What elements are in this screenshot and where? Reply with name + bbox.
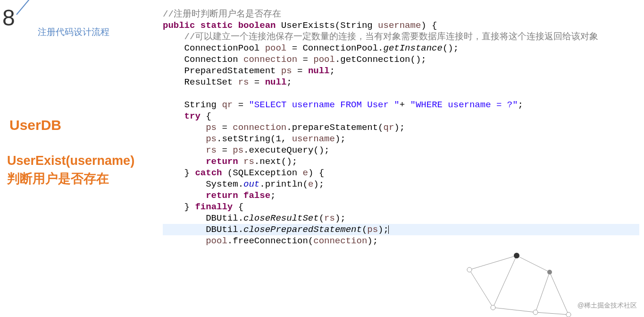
code-text: .freeConnection( (227, 236, 313, 246)
code-var: ps (206, 134, 217, 144)
code-text: PreparedStatement (184, 66, 281, 76)
code-text: .getConnection(); (335, 54, 427, 65)
code-var: username (378, 20, 421, 31)
header-divider (16, 0, 35, 15)
code-text: DBUtil. (206, 224, 243, 235)
code-kw: catch (195, 168, 222, 178)
code-text: ResultSet (184, 77, 238, 87)
code-text: ( (362, 224, 367, 235)
code-text: .setString(1, (217, 134, 292, 144)
code-highlighted-line: DBUtil.closePreparedStatement(ps); (163, 224, 639, 235)
code-method: getInstance (383, 43, 442, 53)
code-var: username (292, 134, 335, 144)
code-text (238, 156, 243, 167)
code-var: ps (233, 145, 243, 155)
svg-line-1 (517, 256, 550, 272)
code-text: { (233, 202, 243, 212)
code-text: { (201, 111, 211, 121)
code-text: = (297, 54, 313, 65)
code-text: ( (319, 213, 324, 223)
code-text: = (217, 122, 233, 133)
svg-point-13 (566, 312, 571, 317)
code-text: ; (329, 66, 335, 76)
svg-line-2 (469, 270, 493, 308)
code-text: = (292, 66, 308, 76)
code-var: rs (238, 77, 249, 87)
code-var: e (302, 168, 308, 178)
sidebar-userexist-desc: 判断用户是否存在 (7, 170, 109, 187)
svg-line-4 (493, 308, 535, 312)
code-text: ; (518, 100, 523, 110)
text-cursor (388, 225, 389, 234)
svg-line-6 (535, 312, 569, 315)
code-var: rs (324, 213, 335, 223)
code-kw: return (206, 156, 238, 167)
code-text: } (184, 168, 195, 178)
code-text: .prepareStatement( (286, 122, 383, 133)
svg-point-11 (491, 305, 495, 310)
code-text: ConnectionPool (184, 43, 265, 53)
code-text: ); (367, 236, 378, 246)
sidebar-userexist: UserExist(username) (7, 154, 134, 168)
code-text: .println( (259, 179, 308, 189)
code-text: ); (394, 122, 405, 133)
code-string: "WHERE username = ?" (410, 100, 518, 110)
code-var: ps (281, 66, 292, 76)
code-text: } (184, 202, 195, 212)
svg-line-0 (469, 256, 517, 270)
code-var: connection (233, 122, 286, 133)
code-text: .next(); (254, 156, 297, 167)
svg-line-3 (493, 256, 517, 308)
code-text: (SQLException (222, 168, 302, 178)
code-var: qr (222, 100, 233, 110)
code-text: (); (443, 43, 459, 53)
code-var: ps (367, 224, 378, 235)
code-kw: null (265, 77, 287, 87)
code-var: e (308, 179, 313, 189)
svg-line-7 (550, 272, 569, 315)
code-text: = (217, 145, 233, 155)
code-kw: finally (195, 202, 233, 212)
code-text: Connection (184, 54, 243, 65)
code-text: System. (206, 179, 243, 189)
code-comment: //可以建立一个连接池保存一定数量的连接，当有对象需要数据库连接时，直接将这个连… (184, 32, 599, 42)
code-text: ); (335, 134, 346, 144)
code-var: ps (206, 122, 217, 133)
code-text: DBUtil. (206, 213, 243, 223)
code-text: = (249, 77, 265, 87)
code-text: .executeQuery(); (243, 145, 329, 155)
code-var: connection (313, 236, 367, 246)
code-string: "SELECT username FROM User " (249, 100, 399, 110)
code-text: ); (335, 213, 346, 223)
code-kw: public static boolean (163, 20, 276, 31)
code-text: = (233, 100, 249, 110)
code-text: ) { (421, 20, 437, 31)
svg-line-5 (535, 272, 550, 312)
svg-point-8 (467, 267, 472, 272)
code-block: //注册时判断用户名是否存在 public static boolean Use… (163, 9, 639, 247)
sidebar-userdb: UserDB (9, 117, 61, 133)
code-var: pool (206, 236, 227, 246)
header-label: 注册代码设计流程 (38, 26, 109, 38)
code-var: qr (384, 122, 394, 133)
code-static: out (243, 179, 259, 189)
code-kw: return false (206, 190, 270, 201)
code-var: rs (206, 145, 217, 155)
code-text: + (400, 100, 410, 110)
code-text: ) { (308, 168, 324, 178)
svg-point-10 (547, 270, 552, 274)
code-kw: try (184, 111, 201, 121)
svg-point-12 (533, 310, 538, 315)
code-comment: //注册时判断用户名是否存在 (163, 9, 281, 19)
code-var: connection (243, 54, 297, 65)
slide-number: 8 (2, 5, 11, 31)
code-var: pool (313, 54, 335, 65)
code-text: ); (313, 179, 324, 189)
code-method: closePreparedStatement (243, 224, 362, 235)
watermark: @稀土掘金技术社区 (577, 301, 637, 310)
code-text: String (184, 100, 222, 110)
code-text: = ConnectionPool. (286, 43, 383, 53)
svg-point-9 (514, 253, 519, 258)
code-text: ; (286, 77, 292, 87)
code-kw: null (308, 66, 330, 76)
